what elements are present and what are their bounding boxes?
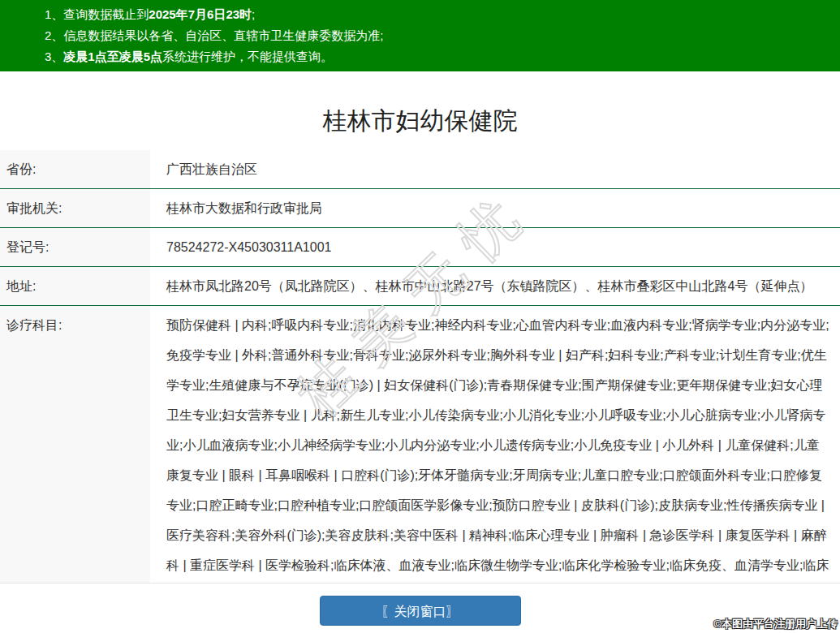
row-value-registration-number: 78524272-X45030311A1001	[150, 228, 840, 266]
page-title: 桂林市妇幼保健院	[0, 71, 840, 135]
notice-3-num: 3、	[45, 50, 63, 63]
notice-1-text: 查询数据截止到	[63, 7, 149, 21]
button-row: 〖关闭窗口〗	[0, 596, 840, 626]
table-row-departments: 诊疗科目: 预防保健科 | 内科;呼吸内科专业;消化内科专业;神经内科专业;心血…	[0, 306, 840, 583]
row-value-departments: 预防保健科 | 内科;呼吸内科专业;消化内科专业;神经内科专业;心血管内科专业;…	[150, 306, 840, 583]
close-window-button[interactable]: 〖关闭窗口〗	[320, 596, 521, 626]
hospital-info-table: 省份: 广西壮族自治区 审批机关: 桂林市大数据和行政审批局 登记号: 7852…	[0, 150, 840, 583]
table-row-address: 地址: 桂林市凤北路20号（凤北路院区）、桂林市中山北路27号（东镇路院区）、桂…	[0, 267, 840, 306]
notice-1-num: 1、	[45, 7, 63, 21]
notice-2-num: 2、	[45, 28, 63, 42]
table-row-registration-number: 登记号: 78524272-X45030311A1001	[0, 228, 840, 267]
row-label-approval-authority: 审批机关:	[0, 189, 150, 227]
notice-banner: 1、查询数据截止到2025年7月6日23时; 2、信息数据结果以各省、自治区、直…	[0, 0, 840, 71]
notice-3-bold: 凌晨1点至凌晨5点	[63, 50, 162, 63]
row-value-address: 桂林市凤北路20号（凤北路院区）、桂林市中山北路27号（东镇路院区）、桂林市叠彩…	[150, 267, 840, 305]
row-label-departments: 诊疗科目:	[0, 306, 150, 583]
row-label-province: 省份:	[0, 150, 150, 188]
row-label-registration-number: 登记号:	[0, 228, 150, 266]
notice-1-bold: 2025年7月6日23时	[149, 7, 252, 21]
row-value-province: 广西壮族自治区	[150, 150, 840, 188]
notice-2-text: 信息数据结果以各省、自治区、直辖市卫生健康委数据为准;	[63, 28, 383, 42]
notice-line-1: 1、查询数据截止到2025年7月6日23时;	[45, 4, 832, 25]
notice-line-2: 2、信息数据结果以各省、自治区、直辖市卫生健康委数据为准;	[45, 25, 832, 46]
row-label-address: 地址:	[0, 267, 150, 305]
notice-1-post: ;	[252, 7, 255, 21]
notice-line-3: 3、凌晨1点至凌晨5点系统进行维护，不能提供查询。	[45, 46, 832, 67]
row-value-approval-authority: 桂林市大数据和行政审批局	[150, 189, 840, 227]
table-row-approval-authority: 审批机关: 桂林市大数据和行政审批局	[0, 189, 840, 228]
notice-3-post: 系统进行维护，不能提供查询。	[162, 50, 333, 63]
table-row-province: 省份: 广西壮族自治区	[0, 150, 840, 189]
